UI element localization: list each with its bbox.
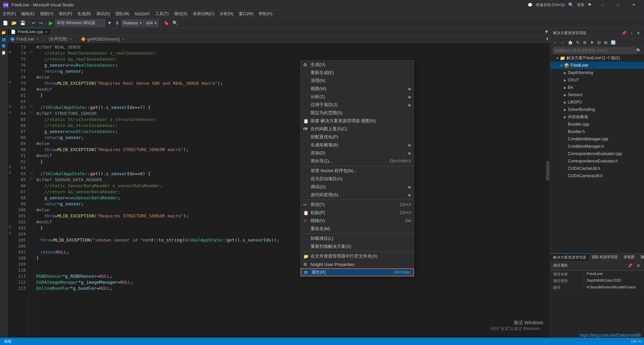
ctx-paste[interactable]: 📋 粘贴(P) Ctrl+V — [301, 209, 414, 217]
editor-scrollbar[interactable] — [545, 43, 550, 338]
tb-target-dropdown[interactable]: 本地 Windows 调试器 — [55, 19, 105, 27]
sol-tb-home[interactable]: 🏠 — [567, 40, 574, 46]
breadcrumb-func[interactable]: 🔶 getRGBDSensor() ▼ — [78, 37, 128, 42]
tree-cudacache[interactable]: CUDACacheUtil.h — [550, 165, 644, 172]
menu-tools[interactable]: 工具(T) — [153, 10, 171, 18]
tb-find[interactable]: 🔍 — [171, 20, 179, 26]
sol-tb-sync[interactable]: ↻ — [575, 40, 581, 46]
close-button[interactable]: ✕ — [626, 0, 641, 10]
tree-solution[interactable]: ▼ 📁 解决方案'FriedLiver'(1 个项目) — [550, 54, 644, 62]
ctx-only-project[interactable]: 仅用于项目(J) ▶ — [301, 101, 414, 109]
sol-tb-refresh[interactable]: 🔄 — [609, 40, 617, 46]
tree-cudacamera[interactable]: CUDACameraUtil.h — [550, 172, 644, 180]
menu-arch[interactable]: 体系结构(C) — [190, 10, 217, 18]
tree-friedliver[interactable]: ▼ 📦 FriedLiver — [550, 62, 644, 69]
tab-team-explorer[interactable]: 团队资源管理器 — [589, 254, 621, 261]
ctx-rebuild[interactable]: 重新生成(E) — [301, 69, 414, 77]
menu-test[interactable]: 测试(S) — [171, 10, 190, 18]
menu-project[interactable]: 项目(P) — [56, 10, 75, 18]
tree-liftgpu[interactable]: ▶ LiftGPU — [550, 98, 644, 106]
ctx-optimize[interactable]: 按配置优化(P) — [301, 133, 414, 141]
tree-condmgr-cpp[interactable]: ConditionManager.cpp — [550, 135, 644, 143]
zoom-indicator[interactable]: 100 % — [631, 339, 641, 343]
ctx-build-deps[interactable]: 生成依赖项(B) ▶ — [301, 141, 414, 149]
ctx-rename[interactable]: 重命名(M) — [301, 225, 414, 233]
sol-tb-filter[interactable]: ▼ — [589, 40, 595, 46]
solution-search-input[interactable] — [553, 48, 636, 54]
sol-tb-settings[interactable]: ⚙ — [582, 40, 588, 46]
prop-pin-icon[interactable]: 📌 — [626, 263, 634, 269]
activity-team[interactable]: 👥 — [1, 36, 7, 42]
tree-bundler-cpp[interactable]: Bundler.cpp — [550, 121, 644, 128]
ctx-debug[interactable]: 调试(G) ▶ — [301, 183, 414, 191]
panel-close-icon[interactable]: ✕ — [635, 30, 641, 36]
tree-ba[interactable]: ▶ BA — [550, 84, 644, 91]
ctx-clean[interactable]: 清理(N) — [301, 77, 414, 85]
tab-class-view[interactable]: 类视图 — [621, 254, 638, 261]
tb-new-project[interactable]: 📄 — [1, 20, 9, 26]
code-editor[interactable]: ⊟ ⊟ ⊟ ⊟ ⊟ ⊟ — [7, 43, 550, 338]
menu-debug[interactable]: 调试(D) — [94, 10, 113, 18]
tree-correval-h[interactable]: CorrespondenceEvaluator.h — [550, 157, 644, 165]
activity-solution[interactable]: 📁 — [1, 29, 7, 36]
quick-launch[interactable]: 快速启动 (Ctrl+Q) — [536, 2, 565, 7]
tb-config-dropdown[interactable]: Release ▼ — [121, 19, 144, 27]
menu-edit[interactable]: 编辑(E) — [18, 10, 37, 18]
tb-pause[interactable]: ⏸ — [114, 20, 121, 26]
notification-icon[interactable]: 💬 — [528, 3, 533, 7]
ctx-new-sol-view[interactable]: 📋 新建 解决方案资源管理器 视图(N) — [301, 117, 414, 125]
ctx-show-map[interactable]: 🗺 在代码图上显示(C) — [301, 125, 414, 133]
tab-prop-manager[interactable]: 属性管理器 — [638, 254, 644, 261]
scroll-thumb[interactable] — [546, 161, 549, 181]
ctx-nsight-props[interactable]: ⚙ Nsight User Properties — [301, 260, 414, 268]
tree-external-deps[interactable]: ▶ 外部依赖项 — [550, 113, 644, 121]
maximize-button[interactable]: □ — [610, 0, 626, 10]
feedback-icon[interactable]: ⚑ — [588, 2, 592, 7]
breadcrumb-class[interactable]: 🔷 FriedLiver ▼ — [7, 37, 42, 42]
tree-sensors[interactable]: ▶ Sensors — [550, 91, 644, 98]
ctx-build[interactable]: ⚙ 生成(U) — [301, 61, 414, 69]
solution-search-icon[interactable]: 🔍 — [636, 48, 641, 53]
ctx-unload[interactable]: 卸载项目(L) — [301, 234, 414, 243]
tree-depthsensing[interactable]: ▶ DepthSensing — [550, 69, 644, 76]
tb-target-arrow[interactable]: ▼ — [106, 20, 113, 26]
prop-close-icon[interactable]: ✕ — [635, 263, 641, 269]
sol-tb-collapse[interactable]: ⊟ — [596, 40, 602, 46]
ctx-add[interactable]: 添加(D) ▶ — [301, 149, 414, 157]
tb-undo[interactable]: ↩ — [31, 20, 37, 26]
tab-solution-explorer[interactable]: 解决方案资源管理器 — [550, 254, 589, 261]
menu-build[interactable]: 生成(B) — [75, 10, 94, 18]
panel-move-icon[interactable]: ↕ — [629, 30, 634, 36]
tree-bundler-h[interactable]: Bundler.h — [550, 128, 644, 135]
sol-tb-expand[interactable]: ⊞ — [603, 40, 609, 46]
doc-tab-friedliver[interactable]: 📄 FriedLiver.cpp ✕ — [7, 28, 51, 35]
sol-tb-forward[interactable]: → — [559, 40, 566, 46]
ctx-set-startup[interactable]: 设为启动项目(A) — [301, 175, 414, 183]
tree-oxut[interactable]: ▶ OXUT — [550, 76, 644, 84]
tb-platform-dropdown[interactable]: x64 ▼ — [145, 19, 159, 27]
ctx-cut[interactable]: ✂ 剪切(T) Ctrl+X — [301, 201, 414, 209]
search-icon-title[interactable]: 🔍 — [568, 2, 574, 7]
breadcrumb-scope[interactable]: (全局范围) ▼ — [46, 36, 75, 42]
ctx-nuget[interactable]: 管理 NuGet 程序包(N)... — [301, 167, 414, 175]
tree-condmgr-h[interactable]: ConditionManager.h — [550, 143, 644, 150]
menu-window[interactable]: 窗口(W) — [236, 10, 256, 18]
tab-dropdown-btn[interactable]: ▼ — [543, 29, 550, 34]
menu-view[interactable]: 视图(V) — [37, 10, 56, 18]
csdn-link[interactable]: https://blog.csdn.net/Claiborne698 — [580, 333, 641, 338]
tb-play[interactable]: ▶ — [48, 19, 54, 27]
sol-tb-back[interactable]: ← — [552, 40, 558, 46]
ctx-source-control[interactable]: 源代码管理(S) ▶ — [301, 191, 414, 199]
panel-pin-icon[interactable]: 📌 — [620, 30, 628, 36]
status-mode[interactable]: 就绪 — [3, 339, 13, 344]
tab-close-btn[interactable]: ✕ — [45, 30, 48, 34]
menu-help[interactable]: 帮助(H) — [256, 10, 275, 18]
tb-redo[interactable]: ↪ — [38, 20, 44, 26]
expand-icon[interactable]: ⬆ — [544, 36, 550, 42]
menu-analyze[interactable]: 分析(N) — [217, 10, 236, 18]
activity-props[interactable]: 📋 — [1, 50, 7, 56]
ctx-scope[interactable]: 限定为此范围(S) — [301, 109, 414, 117]
ctx-analyze[interactable]: 分析(Z) ▶ — [301, 93, 414, 101]
menu-nsight[interactable]: NSIGHT — [132, 10, 153, 18]
login-button[interactable]: 登录 — [577, 2, 584, 7]
